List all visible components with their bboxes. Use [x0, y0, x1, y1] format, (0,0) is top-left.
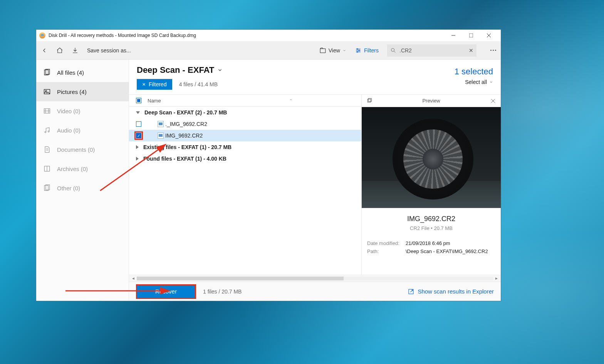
preview-filetype: CR2 File • 20.7 MB [367, 225, 495, 231]
sidebar-item-label: All files (4) [57, 69, 84, 76]
preview-image [362, 107, 501, 208]
sidebar-item-label: Documents (0) [57, 146, 95, 153]
more-menu-button[interactable] [490, 50, 496, 51]
titlebar: Disk Drill - All recovery methods - Moun… [36, 30, 501, 41]
horizontal-scrollbar[interactable]: ◄ ► [129, 275, 501, 282]
footer-summary: 1 files / 20.7 MB [203, 289, 242, 295]
sidebar-item-label: Pictures (4) [57, 89, 87, 95]
recover-button[interactable]: Recover [137, 285, 195, 298]
file-icon [158, 133, 164, 139]
sidebar-item-label: Other (0) [57, 185, 80, 191]
svg-rect-4 [320, 49, 325, 53]
svg-rect-31 [368, 98, 371, 101]
download-icon[interactable] [72, 47, 79, 54]
view-dropdown[interactable]: View [319, 47, 346, 54]
preview-title: Preview [372, 98, 490, 104]
meta-value: 21/09/2018 6:46 pm [406, 240, 450, 246]
app-icon [39, 32, 45, 39]
sidebar-item-documents[interactable]: Documents (0) [36, 140, 129, 159]
save-session-button[interactable]: Save session as... [87, 47, 131, 54]
svg-rect-30 [367, 99, 371, 102]
file-summary: 4 files / 41.4 MB [179, 81, 218, 87]
clear-search-icon[interactable]: ✕ [469, 47, 473, 54]
sidebar-item-video[interactable]: Video (0) [36, 101, 129, 121]
sidebar-item-archives[interactable]: Archives (0) [36, 159, 129, 178]
svg-rect-1 [469, 34, 473, 37]
meta-value: \Deep Scan - EXFAT\IMG_9692.CR2 [406, 248, 488, 254]
svg-line-12 [394, 51, 395, 52]
search-input[interactable]: .CR2 ✕ [387, 44, 476, 57]
footer: Recover 1 files / 20.7 MB Show scan resu… [129, 282, 501, 301]
home-button[interactable] [56, 47, 63, 54]
svg-point-11 [391, 48, 394, 51]
expand-icon [136, 157, 139, 161]
group-label: Existing files - EXFAT (1) - 20.7 MB [143, 144, 232, 150]
sidebar-item-label: Audio (0) [57, 127, 81, 134]
group-label: Deep Scan - EXFAT (2) - 20.7 MB [144, 109, 227, 116]
expand-icon [136, 145, 139, 149]
preview-panel: Preview IMG_9692.CR2 CR2 File • 20.7 MB … [361, 95, 501, 275]
show-in-explorer-link[interactable]: Show scan results in Explorer [408, 288, 494, 295]
sidebar-item-label: Video (0) [57, 108, 81, 114]
sidebar-item-label: Archives (0) [57, 166, 88, 172]
group-label: Found files - EXFAT (1) - 4.00 KB [143, 156, 226, 162]
filtered-badge[interactable]: Filtered [137, 79, 172, 90]
select-all-button[interactable]: Select all [465, 79, 493, 85]
close-preview-icon[interactable] [490, 98, 496, 104]
sidebar: All files (4) Pictures (4) Video (0) Aud… [36, 60, 129, 301]
svg-point-22 [48, 131, 49, 132]
sidebar-item-other[interactable]: Other (0) [36, 178, 129, 198]
popout-icon[interactable] [366, 98, 372, 104]
meta-label: Date modified: [367, 240, 406, 246]
main-panel: Deep Scan - EXFAT Filtered 4 files / 41.… [129, 60, 501, 301]
scan-title-dropdown[interactable]: Deep Scan - EXFAT [137, 65, 493, 75]
minimize-button[interactable] [445, 30, 462, 41]
expand-icon [136, 111, 140, 114]
window-title: Disk Drill - All recovery methods - Moun… [49, 33, 196, 38]
content-area: All files (4) Pictures (4) Video (0) Aud… [36, 60, 501, 301]
sidebar-item-all-files[interactable]: All files (4) [36, 63, 129, 82]
close-button[interactable] [480, 30, 498, 41]
file-checkbox[interactable] [136, 133, 141, 138]
select-all-checkbox[interactable] [136, 98, 141, 103]
search-icon [390, 47, 396, 54]
sidebar-item-audio[interactable]: Audio (0) [36, 121, 129, 140]
svg-point-21 [45, 131, 46, 133]
meta-label: Path: [367, 248, 406, 254]
filters-button[interactable]: Filters [355, 47, 379, 54]
app-window: Disk Drill - All recovery methods - Moun… [36, 29, 501, 301]
file-checkbox[interactable] [136, 121, 141, 127]
toolbar: Save session as... View Filters .CR2 ✕ [36, 41, 501, 60]
back-button[interactable] [41, 47, 48, 54]
selected-count: 1 selected [455, 67, 493, 77]
maximize-button[interactable] [462, 30, 480, 41]
preview-filename: IMG_9692.CR2 [367, 215, 495, 223]
file-icon [158, 121, 164, 127]
sidebar-item-pictures[interactable]: Pictures (4) [36, 82, 129, 101]
search-value: .CR2 [399, 47, 412, 54]
